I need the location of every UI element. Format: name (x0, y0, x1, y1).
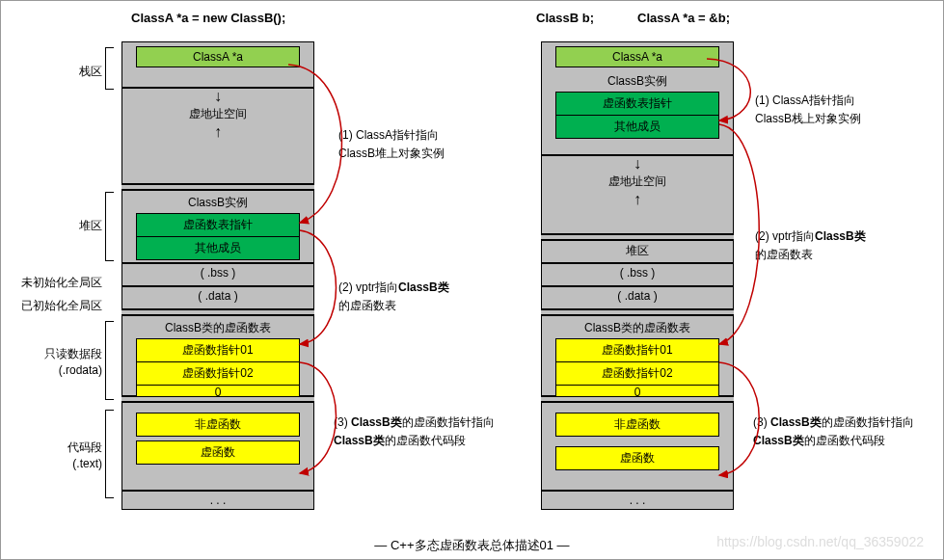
seg-text-r: 非虚函数 虚函数 (541, 402, 734, 491)
note-l2: (2) vptr指向ClassB类 的虚函数表 (338, 279, 449, 315)
cell-ptr-r: ClassA *a (555, 46, 719, 67)
n: ClassB堆上对象实例 (338, 147, 445, 160)
watermark: https://blog.csdn.net/qq_36359022 (716, 534, 924, 549)
vfp2-l: 虚函数指针02 (136, 362, 300, 386)
seg-vspace-r: ↓ 虚地址空间 ↑ (541, 155, 734, 234)
vtable-l: ClassB类的虚函数表 (122, 318, 313, 338)
label-stack: 栈区 (11, 64, 102, 80)
n: (3) (753, 415, 770, 429)
memory-right: ClassA *a ClassB实例 虚函数表指针 其他成员 ↓ 虚地址空间 ↑… (541, 41, 734, 510)
cell-vptr-l: 虚函数表指针 (136, 213, 300, 237)
label-rodata1: 只读数据段 (11, 346, 102, 362)
seg-heap-r: 堆区 (541, 240, 734, 263)
cell-ptr-l: ClassA *a (136, 46, 300, 67)
cell-members-l: 其他成员 (136, 237, 300, 260)
n: 的虚函数指针指向 (822, 415, 914, 429)
label-rodata2: (.rodata) (11, 363, 102, 377)
n: (1) ClassA指针指向 (755, 93, 855, 107)
brace-heap (105, 192, 114, 261)
label-heap: 堆区 (11, 218, 102, 234)
seg-bss-l: ( .bss ) (121, 263, 314, 286)
n: ClassB栈上对象实例 (755, 112, 861, 125)
n: 的虚函数表 (338, 299, 396, 312)
seg-heap-l: ClassB实例 虚函数表指针 其他成员 (121, 190, 314, 263)
note-l1: (1) ClassA指针指向 ClassB堆上对象实例 (338, 126, 445, 163)
vtable-r: ClassB类的虚函数表 (542, 318, 733, 338)
note-r2: (2) vptr指向ClassB类 的虚函数表 (755, 227, 866, 264)
n: ClassB类 (334, 434, 385, 447)
cell-members-r: 其他成员 (555, 116, 719, 139)
n: 的虚函数代码段 (385, 434, 466, 447)
data-l: ( .data ) (122, 287, 313, 305)
seg-rodata-l: ClassB类的虚函数表 虚函数指针01 虚函数指针02 0 (121, 315, 314, 396)
label-bss: 未初始化全局区 (6, 275, 102, 291)
n: (2) vptr指向 (755, 229, 815, 243)
seg-rodata-r: ClassB类的虚函数表 虚函数指针01 虚函数指针02 0 (541, 315, 734, 396)
nonvf-r: 非虚函数 (555, 413, 719, 437)
title-left: ClassA *a = new ClassB(); (131, 11, 285, 25)
note-l3: (3) ClassB类的虚函数指针指向 ClassB类的虚函数代码段 (334, 413, 495, 450)
arrow-down-icon: ↓ (122, 89, 313, 104)
seg-text-l: 非虚函数 虚函数 (121, 402, 314, 491)
n: ClassB类 (351, 415, 402, 429)
dots-r: . . . (542, 492, 733, 509)
label-text1: 代码段 (11, 440, 102, 456)
title-right1: ClassB b; (536, 11, 594, 25)
vspace-r: 虚地址空间 (542, 172, 733, 192)
bss-l: ( .bss ) (122, 264, 313, 281)
arrow-down-icon: ↓ (542, 156, 733, 172)
nonvf-l: 非虚函数 (136, 413, 300, 437)
instance-l: ClassB实例 (122, 193, 313, 213)
seg-stack-l: ClassA *a (121, 41, 314, 88)
n: ClassB类 (815, 229, 866, 243)
n: 的虚函数表 (755, 248, 813, 261)
seg-stack-r: ClassA *a ClassB实例 虚函数表指针 其他成员 (541, 41, 734, 155)
brace-stack (105, 47, 114, 90)
title-right2: ClassA *a = &b; (637, 11, 730, 25)
note-r1: (1) ClassA指针指向 ClassB栈上对象实例 (755, 92, 861, 128)
vfp2-r: 虚函数指针02 (555, 362, 719, 386)
n: 的虚函数指针指向 (402, 415, 495, 429)
note-r3: (3) ClassB类的虚函数指针指向 ClassB类的虚函数代码段 (753, 413, 914, 450)
seg-dots-l: . . . (121, 491, 314, 510)
n: 的虚函数代码段 (804, 434, 885, 447)
seg-data-r: ( .data ) (541, 286, 734, 309)
dots-l: . . . (122, 492, 313, 509)
vfp1-r: 虚函数指针01 (555, 338, 719, 362)
n: (2) vptr指向 (338, 280, 398, 294)
bss-r: ( .bss ) (542, 264, 733, 281)
label-text2: (.text) (11, 457, 102, 470)
cell-vptr-r: 虚函数表指针 (555, 92, 719, 116)
diagram-canvas: ClassA *a = new ClassB(); ClassB b; Clas… (0, 0, 944, 560)
seg-vspace-l: ↓ 虚地址空间 ↑ (121, 88, 314, 184)
vfp1-l: 虚函数指针01 (136, 338, 300, 362)
heap-r: 堆区 (542, 241, 733, 261)
n: ClassB类 (753, 434, 804, 447)
vspace-l: 虚地址空间 (122, 104, 313, 124)
vf-l: 虚函数 (136, 440, 300, 465)
data-r: ( .data ) (542, 287, 733, 305)
label-data: 已初始化全局区 (6, 298, 102, 314)
n: (3) (334, 415, 351, 429)
instance-r: ClassB实例 (542, 71, 733, 92)
brace-text (105, 410, 114, 498)
brace-rodata (105, 321, 114, 400)
seg-bss-r: ( .bss ) (541, 263, 734, 286)
seg-data-l: ( .data ) (121, 286, 314, 309)
seg-dots-r: . . . (541, 491, 734, 510)
n: ClassB类 (770, 415, 822, 429)
memory-left: ClassA *a ↓ 虚地址空间 ↑ ClassB实例 虚函数表指针 其他成员… (121, 41, 314, 510)
vf-r: 虚函数 (555, 446, 719, 470)
n: ClassB类 (398, 280, 449, 294)
n: (1) ClassA指针指向 (338, 128, 439, 142)
arrow-up-icon: ↑ (122, 124, 313, 140)
arrow-up-icon: ↑ (542, 192, 733, 207)
